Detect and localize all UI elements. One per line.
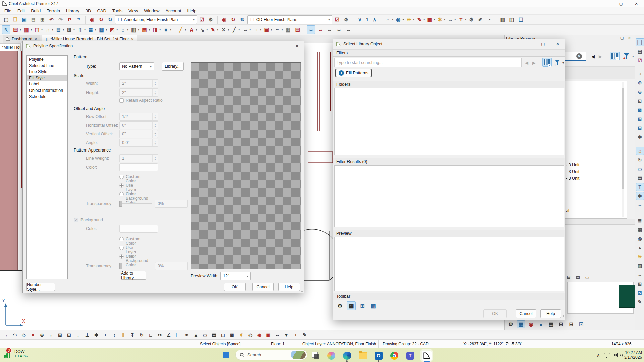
pencil-icon[interactable]: ✎	[300, 331, 309, 339]
undo-icon[interactable]: ↶	[47, 15, 56, 24]
radio-icon[interactable]	[119, 246, 124, 250]
line-weight-field[interactable]: 1	[119, 154, 158, 162]
door-swing-icon[interactable]: ◠	[10, 331, 19, 339]
panel-list-item[interactable]: Label	[27, 81, 67, 87]
edge-button[interactable]	[341, 350, 353, 361]
layerset-dropdown-2[interactable]: ❏CD-Floor Finish Plans	[247, 15, 332, 24]
close-tab-icon[interactable]: ✕	[34, 37, 37, 41]
close-dialog-icon[interactable]: ✕	[292, 42, 302, 50]
north-icon[interactable]: ▲	[636, 244, 644, 252]
polygon-icon[interactable]: ◇	[19, 331, 28, 339]
next-point-icon[interactable]: →	[1, 331, 10, 339]
zoom-out-icon[interactable]: ⊖	[636, 88, 644, 96]
row-offset-field[interactable]: 1/2	[119, 113, 158, 121]
fill-window-building-icon[interactable]: ⊞	[636, 115, 644, 123]
panel-list-item[interactable]: Schedule	[27, 94, 67, 100]
taskbar-clock[interactable]: 10:27 AM 3/17/2026	[624, 350, 642, 360]
horizontal-offset-field[interactable]: 0"	[119, 121, 158, 129]
menu-item[interactable]: Library	[63, 8, 83, 13]
layerset-wrench-icon[interactable]: ⚙	[342, 15, 351, 24]
red-target-icon[interactable]: ◉	[255, 331, 264, 339]
close-panel-icon[interactable]: ✕	[628, 36, 631, 40]
task-view-button[interactable]	[310, 350, 321, 361]
marker-icon[interactable]: ◎	[246, 331, 255, 339]
menu-item[interactable]: Tools	[109, 8, 125, 13]
rectangle-icon[interactable]: ▭	[636, 165, 644, 173]
layerset-wrench-icon[interactable]: ⚙	[207, 15, 215, 24]
cancel-button[interactable]: Cancel	[516, 309, 536, 318]
close-dialog-icon[interactable]: ✕	[553, 40, 562, 48]
grid2-icon[interactable]: ⊞	[636, 280, 644, 288]
rotate-icon[interactable]: ↻	[137, 331, 146, 339]
folders-list-area[interactable]	[334, 88, 564, 155]
break-line-icon[interactable]: ‖	[119, 331, 128, 339]
new-file-icon[interactable]: ▢	[2, 15, 10, 24]
pattern-transparency-slider[interactable]	[119, 200, 152, 208]
ruler-icon[interactable]: ▭	[584, 274, 591, 280]
radio-icon[interactable]	[119, 192, 124, 196]
burst-icon[interactable]: ✱	[92, 331, 101, 339]
pattern-type-dropdown[interactable]: No Pattern	[119, 62, 154, 70]
layers-icon[interactable]: ≣	[636, 217, 644, 225]
spline-icon[interactable]: ⌣	[636, 201, 644, 209]
minimize-dialog-icon[interactable]: —	[523, 40, 532, 48]
filter-results-area[interactable]	[334, 165, 564, 227]
doc-preview-icon[interactable]: ▤	[636, 174, 644, 182]
panel-list-item[interactable]: Fill Style	[27, 75, 67, 81]
delete-icon[interactable]: ✕	[29, 331, 37, 339]
pan-hand-icon[interactable]: ✱	[636, 133, 644, 141]
crop-icon[interactable]: ▭	[201, 331, 209, 339]
jump-icon[interactable]: ↓	[74, 331, 83, 339]
menu-item[interactable]: Build	[28, 8, 44, 13]
fill-style-icon[interactable]: ▣	[264, 331, 273, 339]
background-checkbox[interactable]	[74, 218, 78, 222]
check-icon[interactable]: ☑	[636, 289, 644, 297]
save-plan-view-icon[interactable]: ↻	[229, 15, 237, 24]
arc-icon[interactable]: ⌣	[273, 331, 282, 339]
resize-grip[interactable]	[560, 315, 564, 319]
find-icon[interactable]: ○	[636, 70, 644, 78]
save-plan-view-icon[interactable]: ↻	[97, 15, 105, 24]
down-arrow-icon[interactable]: ↧	[128, 331, 137, 339]
cross-icon[interactable]: +	[291, 331, 300, 339]
chrome-button[interactable]	[389, 350, 400, 361]
maximize-dialog-icon[interactable]: ▢	[538, 40, 548, 48]
print-preview-icon[interactable]: ⊞	[38, 15, 47, 24]
grid-icon[interactable]: ▦	[636, 226, 644, 234]
panel-list-item[interactable]: Line Style	[27, 69, 67, 75]
scrollbar-thumb[interactable]	[622, 88, 624, 189]
back-arrow-icon[interactable]: ◀	[523, 59, 530, 67]
background-color-swatch[interactable]	[119, 225, 158, 233]
library-tree-item-partial[interactable]: al	[566, 208, 569, 213]
dialog-title-bar[interactable]: Polyline Specification	[23, 41, 304, 51]
close-button[interactable]: ✕	[629, 0, 644, 7]
taskbar-search[interactable]: Search	[235, 350, 307, 360]
save-icon[interactable]: ▣	[20, 15, 29, 24]
corner-icon[interactable]: ∟	[146, 331, 155, 339]
menu-item[interactable]: Account	[162, 8, 184, 13]
project-browser-icon[interactable]: ▤	[636, 47, 644, 55]
help-icon[interactable]: ?	[74, 15, 83, 24]
print-icon[interactable]: ⊟	[29, 15, 38, 24]
panel-list-item[interactable]: Selected Line	[27, 63, 67, 69]
object-snap-icon[interactable]: ⊡	[65, 331, 73, 339]
length-icon[interactable]: ⊢	[173, 331, 182, 339]
sun-icon[interactable]: ☀	[237, 331, 246, 339]
background-transparency-slider[interactable]	[119, 262, 152, 270]
pencil-icon[interactable]: ✎	[636, 298, 644, 306]
hatch-icon[interactable]: ▨	[636, 262, 644, 270]
grid-snap-icon[interactable]: ⊞	[56, 331, 64, 339]
menu-item[interactable]: Window	[141, 8, 162, 13]
text-dimension-icon[interactable]: T	[636, 183, 644, 191]
preview-width-dropdown[interactable]: 12"	[220, 272, 251, 280]
zoom-in-icon[interactable]: ⊕	[636, 79, 644, 87]
ok-button[interactable]: OK	[483, 309, 507, 318]
help-button[interactable]: Help	[278, 283, 300, 291]
radio-icon[interactable]	[119, 175, 124, 179]
close-tab-icon[interactable]: ✕	[131, 37, 134, 41]
person-icon[interactable]: ●	[537, 320, 545, 328]
camera-3d-icon[interactable]: ⌂	[636, 147, 644, 155]
layout-page-icon[interactable]: P	[65, 15, 74, 24]
break-icon[interactable]: ⊠	[228, 331, 236, 339]
radio-icon[interactable]	[119, 183, 124, 188]
